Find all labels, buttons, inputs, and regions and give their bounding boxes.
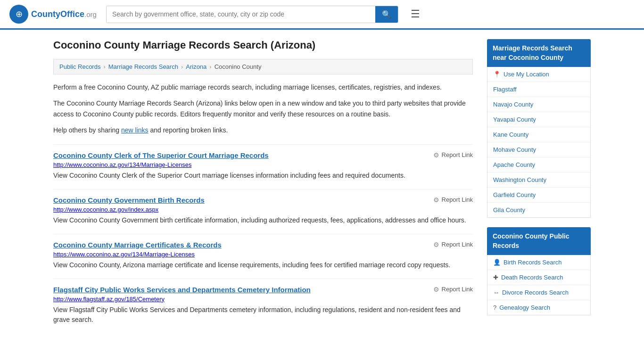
breadcrumb-sep-1: › [103,63,105,70]
genealogy-icon: ? [493,304,496,311]
result-url-0[interactable]: http://www.coconino.az.gov/134/Marriage-… [53,161,473,168]
sidebar-item-washington-county[interactable]: Washington County [487,173,590,188]
result-desc-3: View Flagstaff City Public Works Service… [53,305,473,325]
sidebar-item-genealogy-search[interactable]: ? Genealogy Search [487,300,590,315]
breadcrumb-sep-3: › [209,63,211,70]
page-description: Perform a free Coconino County, AZ publi… [53,82,473,136]
sidebar: Marriage Records Search near Coconino Co… [487,39,591,325]
result-item-1: Coconino County Government Birth Records… [53,189,473,225]
sidebar-item-mohave-county[interactable]: Mohave County [487,142,590,157]
sidebar-nearby-section: Marriage Records Search near Coconino Co… [487,39,591,218]
results-list: Coconino County Clerk of The Superior Co… [53,144,473,325]
result-title-1[interactable]: Coconino County Government Birth Records [53,196,205,204]
result-title-2[interactable]: Coconino County Marriage Certificates & … [53,241,222,249]
divorce-records-icon: ↔ [493,289,499,296]
result-desc-1: View Coconino County Government birth ce… [53,215,473,225]
result-url-2[interactable]: https://www.coconino.az.gov/134/Marriage… [53,251,473,258]
report-link-2[interactable]: ⚙ Report Link [433,241,473,248]
site-logo[interactable]: ⊕ CountyOffice.org [9,5,97,24]
sidebar-item-death-records[interactable]: ✚ Death Records Search [487,270,590,285]
sidebar-public-records-header: Coconino County Public Records [487,227,591,255]
sidebar-item-apache-county[interactable]: Apache County [487,157,590,173]
report-icon-1: ⚙ [433,196,439,204]
desc-para-1: Perform a free Coconino County, AZ publi… [53,82,473,92]
result-title-0[interactable]: Coconino County Clerk of The Superior Co… [53,151,269,159]
result-desc-0: View Coconino County Clerk of the Superi… [53,171,473,181]
result-title-3[interactable]: Flagstaff City Public Works Services and… [53,286,311,294]
logo-text: CountyOffice.org [31,9,97,19]
breadcrumb-arizona[interactable]: Arizona [186,63,206,70]
logo-icon: ⊕ [9,5,28,24]
sidebar-item-flagstaff[interactable]: Flagstaff [487,82,590,97]
report-icon-3: ⚙ [433,286,439,293]
search-button[interactable]: 🔍 [375,6,398,23]
sidebar-public-records-list: 👤 Birth Records Search ✚ Death Records S… [487,255,591,315]
sidebar-public-records-section: Coconino County Public Records 👤 Birth R… [487,227,591,315]
sidebar-item-gila-county[interactable]: Gila County [487,203,590,217]
search-input[interactable] [107,6,375,23]
report-icon-0: ⚙ [433,151,439,159]
site-header: ⊕ CountyOffice.org 🔍 ☰ [0,0,644,30]
result-item-2: Coconino County Marriage Certificates & … [53,234,473,270]
breadcrumb-public-records[interactable]: Public Records [59,63,100,70]
result-header-2: Coconino County Marriage Certificates & … [53,241,473,249]
report-icon-2: ⚙ [433,241,439,248]
desc-para-3: Help others by sharing new links and rep… [53,125,473,135]
sidebar-item-use-my-location[interactable]: 📍 Use My Location [487,67,590,82]
page-title: Coconino County Marriage Records Search … [53,39,473,51]
result-item-3: Flagstaff City Public Works Services and… [53,279,473,325]
death-records-icon: ✚ [493,274,498,281]
breadcrumb-marriage-records-search[interactable]: Marriage Records Search [108,63,178,70]
desc-para-2: The Coconino County Marriage Records Sea… [53,98,473,119]
sidebar-nearby-list: 📍 Use My Location Flagstaff Navajo Count… [487,67,591,218]
report-link-0[interactable]: ⚙ Report Link [433,151,473,159]
menu-icon[interactable]: ☰ [408,5,423,23]
breadcrumb-coconino: Coconino County [215,63,262,70]
birth-records-icon: 👤 [493,259,501,266]
main-content: Coconino County Marriage Records Search … [53,39,473,325]
result-header-0: Coconino County Clerk of The Superior Co… [53,151,473,159]
result-url-1[interactable]: http://www.coconino.az.gov/index.aspx [53,206,473,213]
sidebar-item-birth-records[interactable]: 👤 Birth Records Search [487,255,590,270]
result-url-3[interactable]: http://www.flagstaff.az.gov/185/Cemetery [53,296,473,303]
report-link-1[interactable]: ⚙ Report Link [433,196,473,204]
sidebar-item-garfield-county[interactable]: Garfield County [487,188,590,203]
result-desc-2: View Coconino County, Arizona marriage c… [53,260,473,270]
main-container: Coconino County Marriage Records Search … [44,30,600,334]
sidebar-item-navajo-county[interactable]: Navajo County [487,97,590,112]
sidebar-item-kane-county[interactable]: Kane County [487,127,590,142]
breadcrumb-sep-2: › [181,63,183,70]
breadcrumb: Public Records › Marriage Records Search… [53,59,473,74]
search-bar: 🔍 [106,6,398,23]
sidebar-item-yavapai-county[interactable]: Yavapai County [487,112,590,127]
result-header-1: Coconino County Government Birth Records… [53,196,473,204]
sidebar-nearby-header: Marriage Records Search near Coconino Co… [487,39,591,67]
sidebar-item-divorce-records[interactable]: ↔ Divorce Records Search [487,285,590,300]
result-header-3: Flagstaff City Public Works Services and… [53,286,473,294]
result-item-0: Coconino County Clerk of The Superior Co… [53,144,473,181]
report-link-3[interactable]: ⚙ Report Link [433,286,473,293]
new-links-link[interactable]: new links [121,126,149,134]
location-pin-icon: 📍 [493,71,501,78]
